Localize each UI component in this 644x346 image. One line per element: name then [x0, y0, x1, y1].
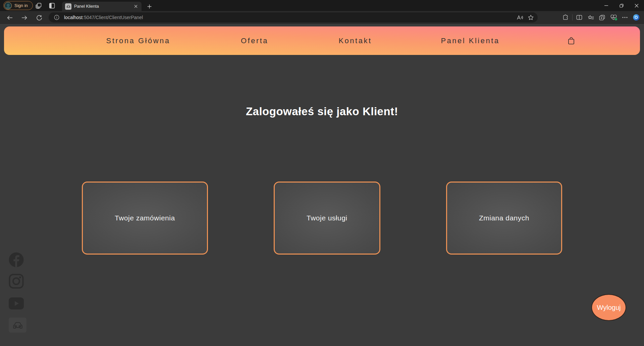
split-screen-icon[interactable] — [574, 12, 585, 22]
facebook-icon[interactable] — [9, 252, 24, 267]
page-title: Zalogowałeś się jako Klient! — [0, 105, 644, 118]
back-icon[interactable] — [5, 13, 14, 22]
refresh-icon[interactable] — [35, 13, 44, 22]
toolbar-actions — [560, 11, 642, 24]
nav-link-oferta[interactable]: Oferta — [241, 37, 268, 45]
copilot-icon[interactable] — [631, 12, 642, 22]
card-label: Twoje zamówienia — [115, 214, 175, 222]
close-window-button[interactable] — [629, 0, 644, 11]
profile-signin-button[interactable]: Sign in — [3, 1, 33, 10]
signin-label: Sign in — [14, 3, 28, 8]
collections-icon[interactable] — [596, 12, 608, 22]
url-path: :5047/Client/ClientUserPanel — [83, 15, 143, 20]
tab-title: Panel Klienta — [74, 4, 130, 9]
restore-button[interactable] — [614, 0, 629, 11]
new-tab-button[interactable] — [145, 2, 154, 11]
browser-window: Sign in Panel — [0, 0, 644, 346]
read-aloud-icon[interactable] — [517, 15, 523, 20]
nav-link-kontakt[interactable]: Kontakt — [338, 37, 372, 45]
card-label: Zmiana danych — [479, 214, 529, 222]
logout-button[interactable]: Wyloguj — [591, 294, 626, 321]
nav-link-panel-klienta[interactable]: Panel Klienta — [441, 37, 499, 45]
car-logo-icon[interactable] — [9, 318, 26, 333]
site-info-icon[interactable] — [53, 13, 61, 21]
browser-tab[interactable]: Panel Klienta — [62, 2, 142, 11]
address-bar[interactable]: localhost:5047/Client/ClientUserPanel — [49, 12, 538, 22]
address-toolbar: localhost:5047/Client/ClientUserPanel — [0, 11, 644, 24]
favorites-icon[interactable] — [585, 12, 596, 22]
minimize-button[interactable] — [599, 0, 614, 11]
tab-strip: Sign in Panel — [0, 0, 644, 11]
window-controls — [599, 0, 644, 11]
browser-essentials-icon[interactable] — [608, 12, 619, 22]
site-navbar: Strona Główna Oferta Kontakt Panel Klien… — [4, 26, 640, 55]
youtube-icon[interactable] — [9, 297, 24, 309]
shopping-bag-icon[interactable] — [568, 37, 575, 45]
url-host: localhost — [64, 15, 83, 20]
card-twoje-zamowienia[interactable]: Twoje zamówienia — [82, 182, 208, 255]
panel-cards: Twoje zamówienia Twoje usługi Zmiana dan… — [82, 182, 562, 255]
forward-icon[interactable] — [20, 13, 29, 22]
card-label: Twoje usługi — [307, 214, 347, 222]
url-text[interactable]: localhost:5047/Client/ClientUserPanel — [64, 15, 517, 20]
workspaces-icon[interactable] — [34, 2, 44, 10]
page-content: Strona Główna Oferta Kontakt Panel Klien… — [0, 24, 644, 346]
tab-close-icon[interactable] — [133, 3, 139, 9]
tab-actions-icon[interactable] — [47, 2, 57, 10]
essentials-status-dot — [614, 18, 618, 21]
avatar — [4, 2, 12, 9]
card-twoje-uslugi[interactable]: Twoje usługi — [274, 182, 380, 255]
extensions-icon[interactable] — [560, 12, 571, 22]
settings-more-icon[interactable] — [619, 12, 631, 22]
card-zmiana-danych[interactable]: Zmiana danych — [446, 182, 562, 255]
toolbar-divider — [572, 14, 573, 20]
nav-link-strona-glowna[interactable]: Strona Główna — [106, 37, 170, 45]
site-favicon-car-icon — [65, 3, 71, 10]
instagram-icon[interactable] — [9, 274, 24, 289]
logout-label: Wyloguj — [597, 304, 621, 312]
favorite-star-icon[interactable] — [528, 15, 534, 20]
